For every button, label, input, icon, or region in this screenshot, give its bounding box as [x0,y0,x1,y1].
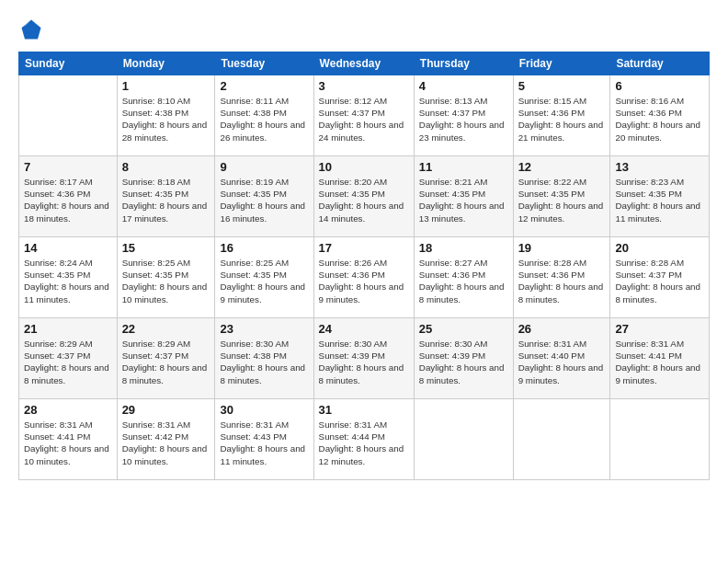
calendar-cell: 30Sunrise: 8:31 AMSunset: 4:43 PMDayligh… [215,399,313,480]
day-number: 24 [319,322,409,336]
calendar-week-1: 1Sunrise: 8:10 AMSunset: 4:38 PMDaylight… [19,75,710,156]
cell-details: Sunrise: 8:24 AMSunset: 4:35 PMDaylight:… [24,257,112,305]
calendar-cell: 18Sunrise: 8:27 AMSunset: 4:36 PMDayligh… [414,237,513,318]
calendar-header-row: SundayMondayTuesdayWednesdayThursdayFrid… [19,52,710,75]
day-number: 31 [319,403,409,417]
calendar-cell: 4Sunrise: 8:13 AMSunset: 4:37 PMDaylight… [414,75,513,156]
cell-details: Sunrise: 8:31 AMSunset: 4:42 PMDaylight:… [122,419,210,467]
day-number: 22 [122,322,210,336]
day-number: 26 [518,322,606,336]
calendar-header-monday: Monday [117,52,215,75]
calendar-cell: 22Sunrise: 8:29 AMSunset: 4:37 PMDayligh… [117,318,215,399]
cell-details: Sunrise: 8:13 AMSunset: 4:37 PMDaylight:… [419,95,508,144]
day-number: 23 [220,322,308,336]
calendar-cell: 5Sunrise: 8:15 AMSunset: 4:36 PMDaylight… [513,75,610,156]
calendar-header-saturday: Saturday [610,52,710,75]
calendar-header-friday: Friday [513,52,610,75]
calendar-cell: 24Sunrise: 8:30 AMSunset: 4:39 PMDayligh… [313,318,414,399]
logo [18,17,48,42]
cell-details: Sunrise: 8:25 AMSunset: 4:35 PMDaylight:… [220,257,308,305]
calendar-cell: 1Sunrise: 8:10 AMSunset: 4:38 PMDaylight… [117,75,215,156]
calendar-cell: 7Sunrise: 8:17 AMSunset: 4:36 PMDaylight… [19,156,118,237]
day-number: 5 [518,79,606,93]
calendar-table: SundayMondayTuesdayWednesdayThursdayFrid… [18,52,710,480]
calendar-cell: 23Sunrise: 8:30 AMSunset: 4:38 PMDayligh… [215,318,313,399]
calendar-cell: 13Sunrise: 8:23 AMSunset: 4:35 PMDayligh… [610,156,710,237]
cell-details: Sunrise: 8:18 AMSunset: 4:35 PMDaylight:… [122,176,210,224]
day-number: 30 [220,403,308,417]
calendar-cell: 14Sunrise: 8:24 AMSunset: 4:35 PMDayligh… [19,237,118,318]
cell-details: Sunrise: 8:29 AMSunset: 4:37 PMDaylight:… [122,338,210,386]
calendar-cell: 28Sunrise: 8:31 AMSunset: 4:41 PMDayligh… [19,399,118,480]
cell-details: Sunrise: 8:19 AMSunset: 4:35 PMDaylight:… [220,176,308,224]
cell-details: Sunrise: 8:22 AMSunset: 4:35 PMDaylight:… [518,176,606,224]
calendar-cell: 8Sunrise: 8:18 AMSunset: 4:35 PMDaylight… [117,156,215,237]
calendar-cell: 27Sunrise: 8:31 AMSunset: 4:41 PMDayligh… [610,318,710,399]
calendar-cell: 25Sunrise: 8:30 AMSunset: 4:39 PMDayligh… [414,318,513,399]
calendar-cell [414,399,513,480]
day-number: 28 [24,403,112,417]
cell-details: Sunrise: 8:16 AMSunset: 4:36 PMDaylight:… [615,95,704,144]
cell-details: Sunrise: 8:27 AMSunset: 4:36 PMDaylight:… [419,257,508,305]
day-number: 29 [122,403,210,417]
day-number: 6 [615,79,704,93]
day-number: 27 [615,322,704,336]
day-number: 7 [24,160,112,174]
calendar-cell: 3Sunrise: 8:12 AMSunset: 4:37 PMDaylight… [313,75,414,156]
cell-details: Sunrise: 8:20 AMSunset: 4:35 PMDaylight:… [319,176,409,224]
calendar-week-5: 28Sunrise: 8:31 AMSunset: 4:41 PMDayligh… [19,399,710,480]
cell-details: Sunrise: 8:30 AMSunset: 4:38 PMDaylight:… [220,338,308,386]
calendar-header-thursday: Thursday [414,52,513,75]
calendar-header-tuesday: Tuesday [215,52,313,75]
calendar-cell: 31Sunrise: 8:31 AMSunset: 4:44 PMDayligh… [313,399,414,480]
calendar-cell: 29Sunrise: 8:31 AMSunset: 4:42 PMDayligh… [117,399,215,480]
day-number: 12 [518,160,606,174]
cell-details: Sunrise: 8:30 AMSunset: 4:39 PMDaylight:… [319,338,409,386]
calendar-cell: 20Sunrise: 8:28 AMSunset: 4:37 PMDayligh… [610,237,710,318]
calendar-cell: 19Sunrise: 8:28 AMSunset: 4:36 PMDayligh… [513,237,610,318]
cell-details: Sunrise: 8:21 AMSunset: 4:35 PMDaylight:… [419,176,508,224]
day-number: 3 [319,79,409,93]
calendar-cell [19,75,118,156]
calendar-cell: 12Sunrise: 8:22 AMSunset: 4:35 PMDayligh… [513,156,610,237]
day-number: 4 [419,79,508,93]
day-number: 10 [319,160,409,174]
header [18,17,710,42]
cell-details: Sunrise: 8:17 AMSunset: 4:36 PMDaylight:… [24,176,112,224]
calendar-week-4: 21Sunrise: 8:29 AMSunset: 4:37 PMDayligh… [19,318,710,399]
calendar-cell: 26Sunrise: 8:31 AMSunset: 4:40 PMDayligh… [513,318,610,399]
day-number: 14 [24,241,112,255]
day-number: 2 [220,79,308,93]
cell-details: Sunrise: 8:31 AMSunset: 4:41 PMDaylight:… [615,338,704,386]
logo-icon [18,17,44,42]
day-number: 15 [122,241,210,255]
calendar-cell [610,399,710,480]
day-number: 25 [419,322,508,336]
cell-details: Sunrise: 8:30 AMSunset: 4:39 PMDaylight:… [419,338,508,386]
cell-details: Sunrise: 8:26 AMSunset: 4:36 PMDaylight:… [319,257,409,305]
day-number: 13 [615,160,704,174]
day-number: 20 [615,241,704,255]
day-number: 9 [220,160,308,174]
day-number: 21 [24,322,112,336]
calendar-cell: 17Sunrise: 8:26 AMSunset: 4:36 PMDayligh… [313,237,414,318]
cell-details: Sunrise: 8:28 AMSunset: 4:36 PMDaylight:… [518,257,606,305]
calendar-header-wednesday: Wednesday [313,52,414,75]
calendar-header-sunday: Sunday [19,52,118,75]
calendar-cell [513,399,610,480]
calendar-cell: 10Sunrise: 8:20 AMSunset: 4:35 PMDayligh… [313,156,414,237]
cell-details: Sunrise: 8:31 AMSunset: 4:41 PMDaylight:… [24,419,112,467]
cell-details: Sunrise: 8:31 AMSunset: 4:40 PMDaylight:… [518,338,606,386]
calendar-cell: 11Sunrise: 8:21 AMSunset: 4:35 PMDayligh… [414,156,513,237]
cell-details: Sunrise: 8:31 AMSunset: 4:44 PMDaylight:… [319,419,409,467]
calendar-week-3: 14Sunrise: 8:24 AMSunset: 4:35 PMDayligh… [19,237,710,318]
calendar-cell: 6Sunrise: 8:16 AMSunset: 4:36 PMDaylight… [610,75,710,156]
cell-details: Sunrise: 8:10 AMSunset: 4:38 PMDaylight:… [122,95,210,144]
cell-details: Sunrise: 8:12 AMSunset: 4:37 PMDaylight:… [319,95,409,144]
calendar-cell: 2Sunrise: 8:11 AMSunset: 4:38 PMDaylight… [215,75,313,156]
day-number: 18 [419,241,508,255]
cell-details: Sunrise: 8:31 AMSunset: 4:43 PMDaylight:… [220,419,308,467]
day-number: 8 [122,160,210,174]
page: SundayMondayTuesdayWednesdayThursdayFrid… [0,0,728,563]
cell-details: Sunrise: 8:28 AMSunset: 4:37 PMDaylight:… [615,257,704,305]
